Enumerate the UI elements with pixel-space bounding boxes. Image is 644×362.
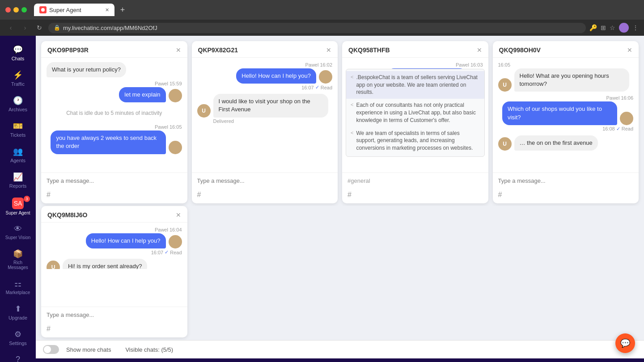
chat-card-1: QKO9P8P93R ✕ What is your return policy?…	[41, 41, 187, 203]
chat-card-2: QKP9X82G21 ✕ Pawel 16:02 Hello! How can …	[192, 41, 338, 203]
tab-title: Super Agent	[49, 7, 81, 13]
refresh-button[interactable]: ↻	[34, 22, 45, 33]
footer-bar: Show more chats Visible chats: (5/5)	[36, 340, 644, 358]
chat-input-1[interactable]	[47, 177, 182, 184]
check-icon: ✓	[616, 126, 620, 132]
show-more-toggle[interactable]	[43, 345, 59, 354]
traffic-icon: ⚡	[13, 70, 23, 80]
read-label: Read	[321, 85, 332, 90]
sidebar-item-reports[interactable]: 📈 Reports	[2, 168, 34, 192]
arrow-icon: <	[351, 74, 353, 80]
sidebar-item-rich-messages[interactable]: 📦 Rich Messages	[2, 245, 34, 274]
message-bubble: Hello! How can I help you?	[236, 68, 316, 84]
browser-tab[interactable]: Super Agent ✕	[34, 4, 114, 16]
chat-header-5: QKQ9M8IJ6O ✕	[41, 206, 187, 223]
chat-header-3: QKQ958THFB ✕	[342, 41, 488, 58]
browser-chrome: Super Agent ✕ + ‹ › ↻ 🔒 my.livechatinc.c…	[0, 0, 644, 36]
chat-input-area-2	[192, 173, 338, 188]
minimize-button[interactable]	[13, 7, 19, 13]
toggle-knob	[44, 346, 51, 353]
chat-input-5[interactable]	[47, 311, 182, 318]
message-bubble: What is your return policy?	[47, 62, 126, 77]
hashtag-icon[interactable]: #	[347, 191, 352, 199]
visible-chats-count: Visible chats: (5/5)	[125, 346, 173, 353]
read-label: Read	[170, 250, 182, 255]
chat-close-2[interactable]: ✕	[326, 46, 331, 54]
sidebar-item-tickets[interactable]: 🎫 Tickets	[2, 118, 34, 141]
chat-input-area-1	[41, 173, 187, 188]
sidebar-item-super-vision[interactable]: 👁 Super Vision	[2, 221, 34, 244]
chat-input-4[interactable]	[498, 177, 634, 184]
message-bubble: let me explain	[119, 87, 165, 102]
profile-avatar[interactable]	[619, 23, 629, 33]
read-status: 16:07 ✓ Read	[47, 249, 182, 255]
message-group: Pawel 16:06 Which of our shops would you…	[498, 95, 634, 131]
check-icon: ✓	[315, 84, 319, 90]
sidebar-item-marketplace[interactable]: ⚏ Marketplace	[2, 275, 34, 299]
sidebar-item-help[interactable]: ? Help	[2, 351, 34, 362]
upgrade-icon: ⬆	[15, 304, 21, 314]
sidebar-item-archives[interactable]: 🕐 Archives	[2, 92, 34, 116]
autocomplete-item[interactable]: < We are team of specialists in terms of…	[346, 127, 484, 155]
chat-input-3[interactable]	[347, 177, 483, 184]
hashtag-icon[interactable]: #	[498, 191, 502, 199]
autocomplete-list: < .BespokeChat is a team of sellers serv…	[346, 69, 485, 157]
titlebar: Super Agent ✕ +	[0, 0, 644, 20]
message-spacer	[41, 269, 187, 307]
back-button[interactable]: ‹	[5, 22, 16, 33]
forward-button[interactable]: ›	[20, 22, 30, 33]
chat-header-4: QKQ998OH0V ✕	[493, 41, 639, 58]
tab-favicon	[39, 6, 47, 13]
menu-icon[interactable]: ⋮	[632, 24, 639, 31]
settings-icon: ⚙	[14, 329, 21, 339]
sidebar-item-super-agent[interactable]: SA 3 Super Agent	[2, 194, 34, 219]
hashtag-icon[interactable]: #	[197, 191, 201, 199]
agent-avatar	[319, 70, 332, 84]
close-button[interactable]	[5, 7, 11, 13]
fab-button[interactable]: 💬	[615, 333, 635, 353]
hashtag-icon[interactable]: #	[47, 191, 51, 199]
new-tab-button[interactable]: +	[116, 4, 129, 16]
sidebar-item-upgrade[interactable]: ⬆ Upgrade	[2, 300, 34, 324]
message-row: U I would like to visit your shop on the…	[197, 94, 333, 117]
message-sender: 16:05	[498, 62, 634, 67]
super-agent-icon: SA	[12, 198, 24, 209]
traffic-lights	[5, 7, 27, 13]
sidebar-item-chats[interactable]: 💬 Chats	[2, 41, 34, 65]
sidebar-item-label: Reports	[9, 183, 27, 189]
chat-close-1[interactable]: ✕	[176, 46, 181, 54]
message-group: Pawel 15:59 let me explain	[47, 81, 182, 102]
hashtag-icon[interactable]: #	[47, 325, 51, 333]
sidebar-item-label: Chats	[12, 56, 25, 61]
sidebar-item-traffic[interactable]: ⚡ Traffic	[2, 67, 34, 90]
chat-card-5: QKQ9M8IJ6O ✕ Pawel 16:04 Hello! How can …	[41, 206, 187, 337]
sidebar-item-label: Super Agent	[5, 210, 30, 215]
chat-card-3: QKQ958THFB ✕ Pawel 16:03 Hello! How can …	[342, 41, 488, 203]
sidebar-item-settings[interactable]: ⚙ Settings	[2, 326, 34, 349]
sidebar-item-agents[interactable]: 👥 Agents	[2, 143, 34, 167]
autocomplete-item[interactable]: < .BespokeChat is a team of sellers serv…	[346, 71, 484, 99]
message-bubble: I would like to visit your shop on the F…	[213, 94, 328, 117]
sidebar-item-label: Marketplace	[6, 290, 30, 295]
chat-close-4[interactable]: ✕	[627, 46, 632, 54]
address-bar[interactable]: 🔒 my.livechatinc.com/app/MM6Nd2OfJ	[48, 23, 586, 33]
tickets-icon: 🎫	[13, 121, 23, 131]
autocomplete-item[interactable]: < Each of our consultants has not only p…	[346, 99, 484, 126]
message-bubble: you have always 2 weeks to send back the…	[51, 130, 165, 154]
archives-icon: 🕐	[13, 96, 23, 105]
agent-avatar	[169, 89, 182, 102]
maximize-button[interactable]	[21, 7, 27, 13]
chat-input-2[interactable]	[197, 177, 333, 184]
chat-close-3[interactable]: ✕	[477, 46, 482, 54]
user-avatar: U	[47, 261, 60, 269]
tab-close-button[interactable]: ✕	[105, 7, 109, 13]
chat-close-5[interactable]: ✕	[176, 211, 181, 219]
message-group: U I would like to visit your shop on the…	[197, 94, 333, 123]
user-avatar: U	[498, 78, 512, 92]
chat-footer-5: #	[41, 322, 187, 337]
message-group: U Hi! is my order sent already? Delivere…	[47, 259, 182, 269]
chats-icon: 💬	[13, 45, 23, 55]
chat-messages-2: Pawel 16:02 Hello! How can I help you? 1…	[192, 58, 338, 173]
chat-footer-2: #	[192, 188, 338, 203]
app: 💬 Chats ⚡ Traffic 🕐 Archives 🎫 Tickets 👥…	[0, 36, 644, 358]
